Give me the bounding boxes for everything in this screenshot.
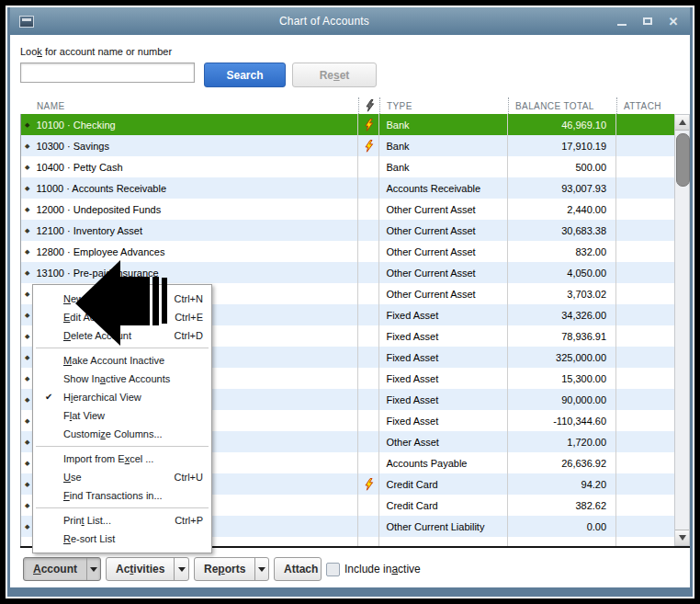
menu-item-delete-account[interactable]: Delete AccountCtrl+D [33,326,211,345]
menu-item-customize-columns[interactable]: Customize Columns... [33,425,211,443]
button-label: Activities [107,558,174,580]
checkmark-icon: ✔ [45,388,52,406]
dropdown-arrow-icon[interactable] [86,558,100,580]
chart-of-accounts-window: Chart of Accounts ✕ Look for account nam… [7,7,693,597]
diamond-bullet-icon: ◆ [25,164,29,171]
window-title: Chart of Accounts [34,15,615,28]
flash-cell [358,304,379,325]
diamond-bullet-icon: ◆ [25,439,29,446]
attach-cell [616,177,674,199]
balance-total-cell: 1,720.00 [508,431,616,452]
menu-item-label: Make Account Inactive [63,351,203,370]
flash-cell [358,389,379,410]
window-titlebar: Chart of Accounts ✕ [10,7,690,35]
button-label: Account [24,558,86,580]
button-label: Attach [275,558,322,580]
account-type-cell: Fixed Asset [379,368,508,389]
menu-item-label: Use [63,468,167,486]
table-row[interactable]: ◆12100 · Inventory AssetOther Current As… [21,220,674,241]
scroll-up-button[interactable] [675,115,689,131]
lightning-bolt-icon [365,99,375,112]
search-button[interactable]: Search [204,63,286,87]
column-header-ATTACH[interactable]: ATTACH [616,97,674,114]
account-name-cell: ◆10300 · Savings [21,135,358,156]
flash-cell [358,410,379,431]
menu-item-import-from-excel[interactable]: Import from Excel ... [33,450,211,468]
close-icon[interactable]: ✕ [666,15,681,28]
diamond-bullet-icon: ◆ [25,460,29,467]
reset-button[interactable]: Reset [292,63,377,87]
reports-button[interactable]: Reports [194,557,269,581]
table-row[interactable]: ◆12800 · Employee AdvancesOther Current … [21,241,674,262]
dropdown-arrow-icon[interactable] [174,558,188,580]
menu-item-make-account-inactive[interactable]: Make Account Inactive [33,351,211,370]
diamond-bullet-icon: ◆ [25,227,29,234]
table-row[interactable]: ◆10300 · SavingsBank17,910.19 [21,135,674,156]
menu-item-print-list[interactable]: Print List...Ctrl+P [33,511,211,530]
lightning-bolt-icon [364,478,374,491]
button-label: Reports [195,558,254,580]
balance-total-cell: 30,683.38 [508,220,616,241]
table-row[interactable]: ◆13100 · Pre-paid InsuranceOther Current… [21,262,674,283]
attach-cell [616,431,674,452]
table-row[interactable]: ◆10400 · Petty CashBank500.00 [21,156,674,177]
diamond-bullet-icon: ◆ [25,502,29,509]
diamond-bullet-icon: ◆ [25,248,29,256]
minimize-icon[interactable] [615,15,629,28]
lightning-bolt-icon [364,140,374,153]
menu-item-re-sort-list[interactable]: Re-sort List [33,530,211,548]
window-mat: Chart of Accounts ✕ Look for account nam… [6,6,694,598]
balance-total-cell: 93,007.93 [508,177,616,199]
menu-item-label: Print List... [63,511,167,530]
account-button[interactable]: Account [23,557,101,581]
diamond-bullet-icon: ◆ [25,269,29,277]
attach-cell [616,114,674,135]
table-row[interactable]: ◆10100 · CheckingBank46,969.10 [21,114,674,135]
dropdown-arrow-icon[interactable] [254,558,268,580]
menu-item-hierarchical-view[interactable]: ✔Hierarchical View [33,388,211,406]
table-row[interactable]: ◆12000 · Undeposited FundsOther Current … [21,199,674,220]
column-header-NAME[interactable]: NAME [20,97,358,114]
account-name: 10400 · Petty Cash [36,162,122,173]
account-type-cell: Other Asset [379,431,508,452]
attach-cell [616,452,674,473]
column-header-flash[interactable] [358,97,379,114]
account-name-cell: ◆11000 · Accounts Receivable [21,177,358,199]
column-header-BALANCE TOTAL[interactable]: BALANCE TOTAL [508,97,616,114]
search-input[interactable] [20,63,195,83]
menu-item-find-transactions-in[interactable]: Find Transactions in... [33,486,211,505]
account-type-cell: Other Current Asset [379,199,508,220]
menu-item-use[interactable]: UseCtrl+U [33,468,211,486]
account-name: 12000 · Undeposited Funds [36,204,161,215]
attach-button[interactable]: Attach [274,557,322,581]
account-name-cell: ◆12100 · Inventory Asset [21,220,358,241]
flash-cell [358,135,379,156]
balance-total-cell: -110,344.60 [508,410,616,431]
account-type-cell: Other Current Asset [379,283,508,304]
menu-item-show-inactive-accounts[interactable]: Show Inactive Accounts [33,370,211,388]
column-header-TYPE[interactable]: TYPE [379,97,508,114]
table-row[interactable]: ◆11000 · Accounts ReceivableAccounts Rec… [21,177,674,199]
balance-total-cell: 382.62 [508,495,616,516]
flash-cell [358,177,379,199]
flash-cell [358,262,379,283]
window-system-icon[interactable] [19,16,34,28]
menu-shortcut: Ctrl+U [175,468,203,486]
maximize-icon[interactable] [640,15,655,28]
menu-item-new[interactable]: NewCtrl+N [33,290,211,308]
account-type-cell: Bank [379,135,508,156]
balance-total-cell: 15,300.00 [508,368,616,389]
activities-button[interactable]: Activities [106,557,189,581]
vertical-scrollbar[interactable] [674,114,690,546]
account-name-cell: ◆12000 · Undeposited Funds [21,199,358,220]
menu-item-label: Show Inactive Accounts [63,370,203,388]
menu-item-flat-view[interactable]: Flat View [33,406,211,425]
attach-cell [616,410,674,431]
include-inactive-checkbox[interactable] [326,563,340,576]
menu-item-label: Re-sort List [63,530,203,548]
attach-cell [616,304,674,325]
menu-item-edit-account[interactable]: Edit AccountCtrl+E [33,308,211,326]
scrollbar-thumb[interactable] [676,133,690,187]
scroll-down-button[interactable] [675,530,689,545]
account-type-cell: Fixed Asset [379,347,508,368]
